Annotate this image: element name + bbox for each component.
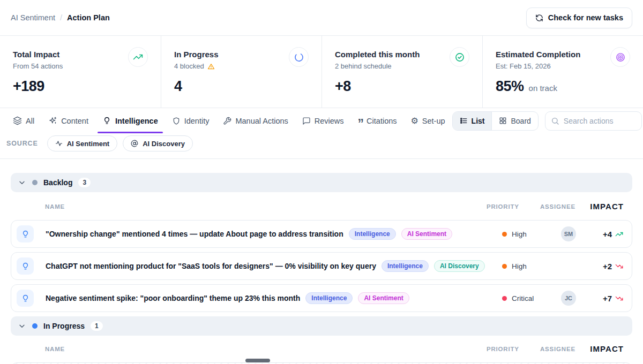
impact-cell: +2 xyxy=(580,262,623,271)
search-input[interactable] xyxy=(545,111,642,131)
chevron-down-icon[interactable] xyxy=(18,178,26,187)
impact-value: +2 xyxy=(603,262,612,271)
impact-value: +4 xyxy=(603,230,612,239)
impact-cell: +7 xyxy=(580,294,623,303)
stat-value: +8 xyxy=(335,78,469,95)
warning-triangle-icon xyxy=(207,63,215,70)
priority-dot xyxy=(502,232,507,237)
stats-row: Total Impact From 54 actions +189 In Pro… xyxy=(0,36,643,108)
priority-cell: High xyxy=(486,230,540,238)
check-for-new-tasks-label: Check for new tasks xyxy=(548,13,623,22)
assignee-cell: JC xyxy=(540,291,580,306)
source-filter-row: SOURCE AI Sentiment AI Discovery xyxy=(0,133,643,159)
priority-label: High xyxy=(512,230,527,238)
at-sign-icon xyxy=(131,140,138,147)
source-badge: AI Sentiment xyxy=(358,292,409,304)
table-row[interactable]: ChatGPT not mentioning product for "SaaS… xyxy=(11,252,632,280)
priority-label: High xyxy=(512,262,527,270)
tab-label: Content xyxy=(61,117,88,125)
row-title-area: ChatGPT not mentioning product for "SaaS… xyxy=(40,260,486,272)
refresh-icon xyxy=(535,14,543,22)
source-label: SOURCE xyxy=(6,140,38,147)
view-toggle-list[interactable]: List xyxy=(453,112,492,130)
tab-bar-right-controls: List Board xyxy=(452,111,642,131)
tab-manual-actions[interactable]: Manual Actions xyxy=(216,108,295,133)
view-toggle-list-label: List xyxy=(472,117,485,125)
stat-subtitle: 2 behind schedule xyxy=(335,62,469,70)
table-row[interactable]: Negative sentiment spike: "poor onboardi… xyxy=(11,284,632,312)
sparkles-icon xyxy=(48,116,57,125)
stat-value-suffix: on track xyxy=(529,84,557,93)
task-title: Negative sentiment spike: "poor onboardi… xyxy=(46,294,300,302)
category-badge: Intelligence xyxy=(349,228,396,240)
tab-label: Reviews xyxy=(315,117,344,125)
column-header-row: NAME PRIORITY ASSIGNEE IMPACT xyxy=(11,202,632,211)
tab-reviews[interactable]: Reviews xyxy=(295,108,351,133)
tab-bar: All Content Intelligence Identity xyxy=(0,108,643,133)
column-priority: PRIORITY xyxy=(487,346,540,352)
column-name: NAME xyxy=(40,346,487,352)
chevron-down-icon[interactable] xyxy=(18,322,26,330)
stat-subtitle: From 54 actions xyxy=(13,62,148,70)
check-circle-icon xyxy=(450,47,469,67)
tab-label: Identity xyxy=(184,117,210,125)
priority-dot xyxy=(502,296,507,301)
tab-all[interactable]: All xyxy=(11,108,41,133)
priority-cell: Critical xyxy=(486,294,540,302)
tab-setup[interactable]: ⚙ Set-up xyxy=(404,108,452,133)
section-header-in-progress[interactable]: In Progress 1 xyxy=(11,316,632,336)
tab-citations[interactable]: ” Citations xyxy=(351,108,404,133)
row-title-area: "Ownership change" mentioned 4 times — u… xyxy=(40,228,486,240)
row-title-area: Negative sentiment spike: "poor onboardi… xyxy=(40,292,486,304)
source-badge: AI Discovery xyxy=(434,260,485,272)
check-for-new-tasks-button[interactable]: Check for new tasks xyxy=(526,7,632,28)
filter-ai-discovery[interactable]: AI Discovery xyxy=(123,135,193,151)
tab-identity[interactable]: Identity xyxy=(165,108,216,133)
list-view-icon xyxy=(460,117,468,125)
lightbulb-icon xyxy=(102,116,111,125)
breadcrumb-separator: / xyxy=(60,13,62,22)
stat-subtitle-text: 4 blocked xyxy=(174,62,204,70)
trend-down-icon xyxy=(615,294,623,302)
avatar: JC xyxy=(561,291,576,306)
horizontal-scrollbar-thumb[interactable] xyxy=(245,359,270,362)
action-list: Backlog 3 NAME PRIORITY ASSIGNEE IMPACT … xyxy=(0,159,643,364)
breadcrumb: AI Sentiment / Action Plan xyxy=(11,13,110,22)
tab-content[interactable]: Content xyxy=(41,108,95,133)
stat-card-in-progress: In Progress 4 blocked 4 xyxy=(161,36,322,108)
view-toggle: List Board xyxy=(452,111,539,131)
breadcrumb-parent[interactable]: AI Sentiment xyxy=(11,13,55,22)
tab-intelligence[interactable]: Intelligence xyxy=(95,108,165,133)
stat-card-total-impact: Total Impact From 54 actions +189 xyxy=(0,36,161,108)
priority-cell: High xyxy=(486,262,540,270)
wrench-icon xyxy=(223,117,231,125)
board-view-icon xyxy=(499,117,507,125)
lightbulb-icon xyxy=(17,257,34,275)
stat-value: 4 xyxy=(174,78,309,95)
trend-up-icon xyxy=(615,230,623,238)
stat-value: 85% on track xyxy=(496,78,630,95)
stat-subtitle: 4 blocked xyxy=(174,62,309,70)
message-square-icon xyxy=(302,117,311,125)
shield-icon xyxy=(172,117,181,125)
section-header-backlog[interactable]: Backlog 3 xyxy=(11,173,632,192)
view-toggle-board-label: Board xyxy=(511,117,530,125)
tab-label: Set-up xyxy=(422,117,445,125)
priority-dot xyxy=(502,264,507,269)
avatar: SM xyxy=(561,226,576,241)
tab-label: All xyxy=(26,117,34,125)
table-row[interactable]: "Ownership change" mentioned 4 times — u… xyxy=(11,220,632,248)
column-impact: IMPACT xyxy=(581,202,624,211)
lightbulb-icon xyxy=(17,290,34,307)
impact-value: +7 xyxy=(603,294,612,303)
trend-down-icon xyxy=(615,262,623,270)
stat-value: +189 xyxy=(13,78,148,95)
status-dot-backlog xyxy=(32,180,38,185)
view-toggle-board[interactable]: Board xyxy=(492,112,537,130)
gear-icon: ⚙ xyxy=(411,117,418,125)
task-title: "Ownership change" mentioned 4 times — u… xyxy=(46,230,343,238)
section-count-badge: 3 xyxy=(78,178,91,187)
stat-card-estimated-completion: Estimated Completion Est: Feb 15, 2026 8… xyxy=(482,36,643,108)
filter-ai-sentiment[interactable]: AI Sentiment xyxy=(47,135,117,151)
column-impact: IMPACT xyxy=(581,344,624,353)
